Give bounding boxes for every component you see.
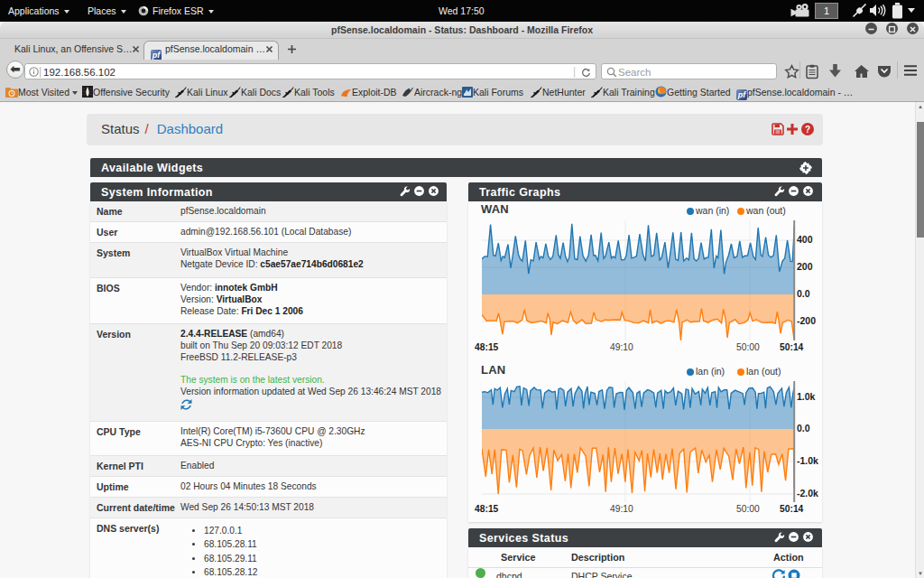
svg-text:?: ? bbox=[805, 125, 810, 135]
